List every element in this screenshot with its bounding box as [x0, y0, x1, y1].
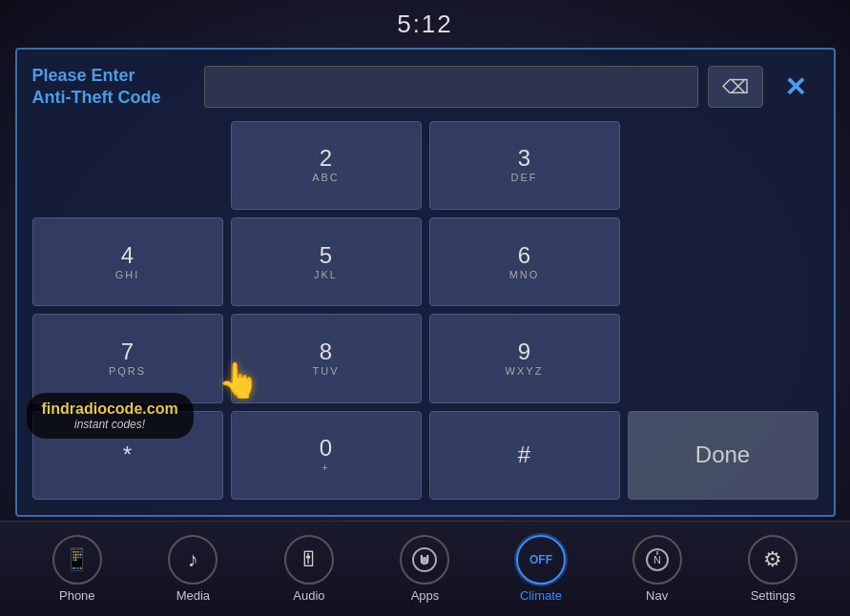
nav-item-nav[interactable]: N Nav — [619, 535, 695, 603]
nav-icon-circle: N — [632, 535, 682, 585]
apps-label: Apps — [411, 588, 440, 603]
key-9-button[interactable]: 9 WXYZ — [429, 314, 620, 402]
row1-spacer — [628, 121, 819, 210]
audio-icon-circle: 🎚 — [284, 535, 334, 585]
settings-gear-icon: ⚙ — [763, 547, 782, 572]
key-8-main: 8 — [320, 340, 332, 363]
settings-label: Settings — [751, 588, 796, 603]
audio-label: Audio — [293, 588, 324, 603]
code-input-field[interactable] — [204, 66, 698, 108]
audio-icon: 🎚 — [299, 547, 320, 572]
key-5-button[interactable]: 5 JKL — [231, 217, 422, 306]
climate-label: Climate — [520, 588, 562, 603]
key-6-button[interactable]: 6 MNO — [429, 217, 620, 306]
key-4-button[interactable]: 4 GHI — [32, 217, 223, 306]
nav-label: Nav — [646, 588, 668, 603]
media-icon-circle: ♪ — [168, 535, 218, 585]
climate-off-icon: OFF — [529, 554, 552, 565]
key-6-sub: MNO — [509, 269, 540, 280]
key-3-main: 3 — [518, 147, 530, 170]
dialog-label: Please Enter Anti-Theft Code — [32, 65, 195, 110]
nav-item-settings[interactable]: ⚙ Settings — [735, 535, 811, 603]
climate-icon-circle: OFF — [516, 535, 566, 585]
media-label: Media — [176, 588, 210, 603]
key-hash-button[interactable]: # — [429, 411, 620, 500]
key-9-main: 9 — [518, 340, 530, 363]
dialog-header: Please Enter Anti-Theft Code ⌫ ✕ — [32, 65, 819, 110]
hand-cursor-icon: 👆 — [218, 360, 260, 400]
key-0-button[interactable]: 0 + — [231, 411, 422, 500]
nav-item-media[interactable]: ♪ Media — [155, 535, 231, 603]
key-0-main: 0 — [320, 437, 332, 460]
watermark-overlay: findradiocode.com instant codes! — [27, 393, 194, 439]
backspace-icon: ⌫ — [722, 75, 749, 98]
key-7-button[interactable]: 7 PQRS — [32, 314, 223, 402]
key-4-main: 4 — [121, 244, 134, 267]
phone-label: Phone — [59, 588, 95, 603]
apps-icon-circle: U — [400, 535, 449, 585]
key-6-main: 6 — [518, 244, 530, 267]
key-1-button — [32, 121, 223, 210]
phone-icon: 📱 — [64, 547, 90, 572]
nav-item-climate[interactable]: OFF Climate — [503, 535, 579, 603]
nav-bar: 📱 Phone ♪ Media 🎚 Audio U Apps OFF Clima… — [0, 521, 850, 616]
key-hash-main: # — [518, 443, 530, 466]
apps-icon: U — [412, 547, 437, 572]
key-4-sub: GHI — [115, 269, 140, 280]
svg-point-2 — [422, 557, 427, 563]
key-8-sub: TUV — [313, 365, 340, 377]
status-bar: 5:12 — [0, 0, 850, 48]
row3-spacer — [628, 314, 819, 402]
close-button[interactable]: ✕ — [773, 66, 819, 108]
done-label: Done — [695, 443, 750, 466]
key-5-main: 5 — [320, 244, 332, 267]
done-button[interactable]: Done — [628, 411, 819, 500]
key-star-main: * — [123, 443, 132, 466]
phone-icon-circle: 📱 — [52, 535, 102, 585]
watermark-subtitle: instant codes! — [42, 418, 178, 431]
key-2-main: 2 — [320, 147, 332, 170]
nav-compass-icon: N — [645, 547, 670, 572]
key-7-main: 7 — [121, 340, 134, 363]
key-5-sub: JKL — [314, 269, 338, 280]
key-2-button[interactable]: 2 ABC — [231, 121, 422, 210]
key-3-button[interactable]: 3 DEF — [429, 121, 620, 210]
key-2-sub: ABC — [312, 172, 340, 183]
anti-theft-dialog: Please Enter Anti-Theft Code ⌫ ✕ 2 ABC 3… — [15, 48, 836, 517]
backspace-button[interactable]: ⌫ — [708, 66, 763, 108]
clock: 5:12 — [397, 10, 453, 39]
key-0-sub: + — [321, 462, 329, 473]
key-3-sub: DEF — [511, 172, 538, 183]
key-7-sub: PQRS — [109, 365, 146, 377]
keypad: 2 ABC 3 DEF 4 GHI 5 JKL 6 MNO 7 PQRS 8 T — [32, 121, 819, 500]
watermark-url: findradiocode.com — [42, 400, 178, 418]
nav-item-audio[interactable]: 🎚 Audio — [271, 535, 347, 603]
key-9-sub: WXYZ — [506, 365, 544, 377]
row2-spacer — [628, 217, 819, 306]
nav-item-apps[interactable]: U Apps — [386, 535, 463, 603]
settings-icon-circle: ⚙ — [748, 535, 798, 585]
media-icon: ♪ — [188, 547, 198, 572]
nav-item-phone[interactable]: 📱 Phone — [39, 535, 115, 603]
svg-text:N: N — [653, 554, 661, 565]
close-icon: ✕ — [784, 72, 806, 103]
